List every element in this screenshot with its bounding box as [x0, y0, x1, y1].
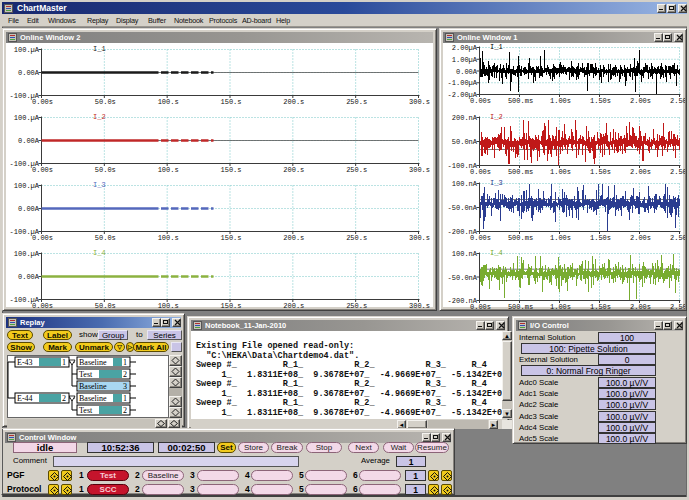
svg-text:50.0s: 50.0s — [95, 98, 116, 106]
svg-text:0.00s: 0.00s — [470, 234, 491, 242]
svg-text:1.00s: 1.00s — [550, 234, 571, 242]
svg-text:200.s: 200.s — [283, 98, 304, 106]
svg-text:100.s: 100.s — [158, 234, 179, 242]
svg-text:100.s: 100.s — [158, 302, 179, 309]
svg-text:2: 2 — [123, 370, 127, 379]
svg-text:200.s: 200.s — [283, 234, 304, 242]
svg-text:1.50s: 1.50s — [590, 303, 611, 309]
svg-text:50.0s: 50.0s — [95, 302, 116, 309]
svg-text:0.00A: 0.00A — [18, 205, 40, 213]
svg-text:1.50s: 1.50s — [590, 97, 611, 105]
svg-text:50.0nA: 50.0nA — [452, 138, 478, 146]
svg-text:1.50s: 1.50s — [590, 234, 611, 242]
svg-text:2.00µA: 2.00µA — [452, 44, 478, 52]
svg-text:I_4: I_4 — [93, 249, 106, 257]
svg-text:I_4: I_4 — [490, 249, 503, 257]
svg-text:250.s: 250.s — [346, 302, 367, 309]
svg-text:0.00A: 0.00A — [18, 137, 40, 145]
svg-text:200.s: 200.s — [283, 302, 304, 309]
svg-text:2.50s: 2.50s — [670, 168, 685, 176]
svg-text:1: 1 — [62, 358, 66, 367]
svg-text:1.50s: 1.50s — [590, 168, 611, 176]
svg-text:100.µA: 100.µA — [14, 114, 40, 122]
svg-text:100.s: 100.s — [158, 166, 179, 174]
svg-text:-1.00µA: -1.00µA — [448, 79, 478, 87]
svg-text:Baseline: Baseline — [79, 382, 107, 391]
svg-text:250.s: 250.s — [346, 98, 367, 106]
svg-text:50.0s: 50.0s — [95, 166, 116, 174]
svg-text:0.00s: 0.00s — [32, 166, 53, 174]
svg-text:I_3: I_3 — [490, 179, 503, 187]
svg-text:150.s: 150.s — [220, 234, 241, 242]
svg-text:E-43: E-43 — [17, 358, 33, 367]
svg-text:150.s: 150.s — [220, 166, 241, 174]
svg-text:50.0s: 50.0s — [95, 234, 116, 242]
svg-text:0.00A: 0.00A — [18, 273, 40, 281]
svg-text:300.s: 300.s — [409, 166, 430, 174]
svg-text:200.s: 200.s — [283, 166, 304, 174]
svg-text:100.nA: 100.nA — [452, 180, 478, 188]
svg-text:Test: Test — [79, 370, 93, 379]
svg-text:0.00s: 0.00s — [32, 98, 53, 106]
svg-text:1.00µA: 1.00µA — [452, 56, 478, 64]
svg-text:3: 3 — [123, 382, 127, 391]
svg-text:Test: Test — [79, 406, 93, 415]
svg-text:250.s: 250.s — [346, 166, 367, 174]
svg-text:2: 2 — [62, 394, 66, 403]
svg-text:1.00s: 1.00s — [550, 168, 571, 176]
svg-text:300.s: 300.s — [409, 234, 430, 242]
svg-text:-50.0nA: -50.0nA — [448, 274, 478, 282]
svg-text:I_2: I_2 — [93, 113, 106, 121]
svg-text:500.ms: 500.ms — [508, 234, 533, 242]
svg-text:2.00s: 2.00s — [630, 303, 651, 309]
svg-text:2.00s: 2.00s — [630, 97, 651, 105]
svg-text:Baseline: Baseline — [79, 358, 107, 367]
svg-text:300.s: 300.s — [409, 98, 430, 106]
svg-text:1.00s: 1.00s — [550, 97, 571, 105]
svg-text:I_2: I_2 — [490, 113, 503, 121]
svg-text:100.µA: 100.µA — [14, 46, 40, 54]
svg-text:1: 1 — [123, 394, 127, 403]
svg-text:E-44: E-44 — [17, 394, 33, 403]
svg-text:1: 1 — [123, 358, 127, 367]
svg-text:0.00s: 0.00s — [470, 303, 491, 309]
svg-text:I_1: I_1 — [490, 43, 503, 51]
svg-text:-50.0nA: -50.0nA — [448, 204, 478, 212]
svg-text:1.00s: 1.00s — [550, 303, 571, 309]
svg-text:500.ms: 500.ms — [508, 168, 533, 176]
svg-text:2: 2 — [123, 406, 127, 415]
svg-text:2.50s: 2.50s — [670, 303, 685, 309]
svg-text:100.nA: 100.nA — [452, 250, 478, 258]
svg-text:0.00s: 0.00s — [470, 97, 491, 105]
svg-text:2.00s: 2.00s — [630, 168, 651, 176]
svg-text:500.ms: 500.ms — [508, 97, 533, 105]
svg-text:200.nA: 200.nA — [452, 114, 478, 122]
svg-text:100.s: 100.s — [158, 98, 179, 106]
svg-text:0.00s: 0.00s — [470, 168, 491, 176]
svg-text:100.µA: 100.µA — [14, 182, 40, 190]
svg-text:0.00s: 0.00s — [32, 302, 53, 309]
svg-text:150.s: 150.s — [220, 302, 241, 309]
svg-text:2.50s: 2.50s — [670, 234, 685, 242]
svg-text:250.s: 250.s — [346, 234, 367, 242]
svg-text:150.s: 150.s — [220, 98, 241, 106]
svg-text:0.00A: 0.00A — [18, 69, 40, 77]
svg-text:I_3: I_3 — [93, 181, 106, 189]
svg-text:300.s: 300.s — [409, 302, 430, 309]
svg-text:0.00A: 0.00A — [456, 68, 478, 76]
svg-text:I_1: I_1 — [93, 45, 106, 53]
svg-text:0.00s: 0.00s — [32, 234, 53, 242]
svg-text:2.50s: 2.50s — [670, 97, 685, 105]
svg-text:500.ms: 500.ms — [508, 303, 533, 309]
svg-text:2.00s: 2.00s — [630, 234, 651, 242]
svg-text:Baseline: Baseline — [79, 394, 107, 403]
svg-text:100.µA: 100.µA — [14, 250, 40, 258]
